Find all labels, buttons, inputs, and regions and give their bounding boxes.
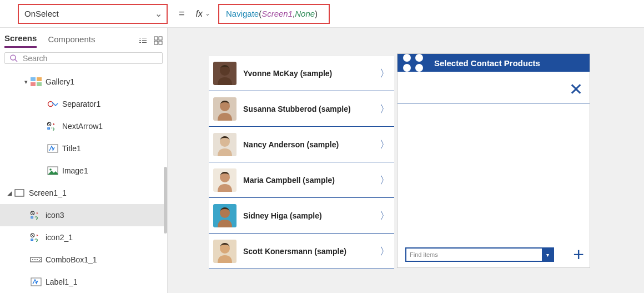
tree-item-label: NextArrow1 [62,122,103,131]
svg-rect-16 [15,190,24,196]
svg-point-15 [49,168,52,171]
chevron-right-icon[interactable]: 〉 [380,138,390,151]
formula-func: Navigate [226,9,259,18]
gallery-item[interactable]: Scott Konersmann (sample)〉 [209,234,394,269]
image-icon [47,166,59,176]
tree-item-label: Label1_1 [46,277,78,286]
detail-header: Selected Contact Products [398,54,590,72]
tree-toggle-icon[interactable]: ◢ [6,190,13,197]
chevron-right-icon[interactable]: 〉 [380,173,390,187]
screen-icon [13,188,26,198]
tree-item-label1_1[interactable]: Label1_1 [0,271,167,293]
combo-icon [30,255,42,265]
svg-rect-2 [154,41,158,44]
tree-item-icon3[interactable]: icon3 [0,204,167,226]
contact-name: Nancy Anderson (sample) [243,140,373,149]
chevron-right-icon[interactable]: 〉 [380,102,390,116]
avatar [213,97,237,121]
tree-item-label: Title1 [62,144,81,153]
tree-item-image1[interactable]: Image1 [0,160,167,182]
chevron-down-icon: ⌄ [205,10,210,17]
state-icon [30,210,42,220]
tree-item-label: icon3 [46,211,64,220]
property-dropdown[interactable]: OnSelect ⌄ [18,4,168,24]
gallery-item[interactable]: Maria Campbell (sample)〉 [209,162,394,198]
detail-header-text: Selected Contact Products [434,58,540,68]
find-placeholder: Find items [406,251,542,258]
avatar [213,62,237,85]
svg-rect-7 [37,77,42,81]
avatar [213,240,237,263]
svg-rect-8 [31,82,36,86]
svg-rect-1 [159,37,162,40]
tab-screens[interactable]: Screens [4,33,37,48]
svg-rect-0 [154,37,158,40]
svg-line-12 [48,123,51,126]
contact-name: Susanna Stubberod (sample) [243,105,373,113]
separator-icon [47,99,59,109]
avatar [213,133,237,156]
search-input[interactable]: Search [4,52,163,64]
chevron-down-icon: ▾ [542,249,553,261]
tree-item-title1[interactable]: Title1 [0,137,167,160]
property-name: OnSelect [24,9,59,18]
chevron-right-icon[interactable]: 〉 [380,209,390,222]
contact-gallery: Yvonne McKay (sample)〉Susanna Stubberod … [209,56,394,269]
svg-point-23 [34,259,36,260]
tree-item-label: ComboBox1_1 [46,255,97,264]
chevron-down-icon: ⌄ [155,8,162,19]
tree-item-label: Separator1 [62,100,100,108]
fx-label[interactable]: fx ⌄ [196,9,210,19]
control-tree: ▾Gallery1Separator1NextArrow1Title1Image… [0,68,167,293]
chevron-right-icon[interactable]: 〉 [380,245,390,258]
separator [398,103,590,103]
grid-view-icon[interactable] [154,36,163,45]
fx-text: fx [196,9,203,19]
svg-rect-9 [37,82,42,86]
tree-item-icon2_1[interactable]: icon2_1 [0,226,167,249]
tree-item-label: Image1 [62,166,88,175]
tree-sidebar: Screens Components Search ▾Gallery1Separ… [0,28,168,293]
avatar [213,204,237,227]
svg-point-22 [32,259,33,260]
svg-point-24 [37,259,38,260]
title-icon [47,143,59,153]
find-items-combobox[interactable]: Find items ▾ [405,247,554,262]
svg-rect-6 [31,77,36,81]
canvas: Yvonne McKay (sample)〉Susanna Stubberod … [168,28,644,293]
search-icon [9,54,18,63]
contact-name: Scott Konersmann (sample) [243,247,373,256]
tree-item-label: Screen1_1 [29,188,67,197]
tree-item-gallery1[interactable]: ▾Gallery1 [0,71,167,93]
chevron-right-icon[interactable]: 〉 [380,67,390,80]
tree-item-screen1_1[interactable]: ◢Screen1_1 [0,182,167,204]
tab-components[interactable]: Components [48,34,95,47]
tree-item-nextarrow1[interactable]: NextArrow1 [0,115,167,137]
gallery-item[interactable]: Yvonne McKay (sample)〉 [209,56,394,91]
svg-line-18 [31,212,34,215]
tree-item-combobox1_1[interactable]: ComboBox1_1 [0,249,167,271]
tree-item-label: icon2_1 [46,233,73,242]
gallery-icon [30,77,42,87]
tree-item-separator1[interactable]: Separator1 [0,93,167,115]
gallery-item[interactable]: Susanna Stubberod (sample)〉 [209,91,394,127]
selection-handles[interactable] [403,53,425,73]
state-icon [30,232,42,242]
gallery-item[interactable]: Nancy Anderson (sample)〉 [209,127,394,162]
svg-point-4 [11,55,16,60]
svg-rect-3 [159,41,162,44]
contact-name: Maria Campbell (sample) [243,176,373,185]
close-icon[interactable]: ✕ [569,80,583,99]
equals-label: = [179,8,185,19]
add-icon[interactable]: + [573,244,584,265]
tree-toggle-icon[interactable]: ▾ [22,78,30,86]
title-icon [30,277,42,287]
tree-view-options-icon[interactable] [138,37,148,44]
gallery-item[interactable]: Sidney Higa (sample)〉 [209,198,394,234]
svg-line-5 [15,59,17,62]
contact-name: Yvonne McKay (sample) [243,69,373,78]
search-placeholder: Search [23,54,47,63]
svg-line-20 [31,234,34,237]
formula-input[interactable]: Navigate( Screen1, None ) [218,4,330,24]
scrollbar[interactable] [164,167,167,234]
